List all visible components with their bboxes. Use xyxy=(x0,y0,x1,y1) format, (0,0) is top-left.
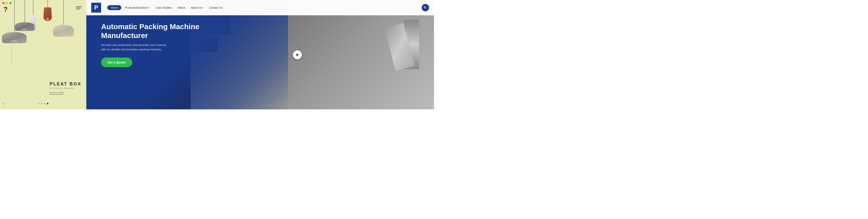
dot-4-active[interactable] xyxy=(47,103,49,105)
dot-navigation xyxy=(38,103,49,105)
facebook-icon[interactable]: f xyxy=(3,102,4,106)
follow-us-label: Follow us xyxy=(10,46,12,63)
minimize-button[interactable] xyxy=(6,2,8,4)
chevron-down-icon: ▾ xyxy=(149,7,150,9)
right-logo[interactable]: P xyxy=(91,3,101,12)
search-icon: 🔍 xyxy=(424,6,427,10)
hero-subtitle: Increase your productivity and generate … xyxy=(101,43,170,52)
nav-item-videos[interactable]: Videos xyxy=(175,5,187,10)
play-icon xyxy=(297,53,299,56)
left-logo[interactable]: ? xyxy=(3,5,8,13)
dot-3[interactable] xyxy=(44,103,45,105)
nav-item-contact[interactable]: Contact Us xyxy=(207,5,224,10)
main-navigation: Home Products&Solutions ▾ Case Studies V… xyxy=(107,5,419,10)
hamburger-menu[interactable] xyxy=(76,6,82,9)
close-button[interactable] xyxy=(2,2,5,4)
nav-item-case-studies[interactable]: Case Studies xyxy=(154,5,174,10)
right-panel: P Home Products&Solutions ▾ Case Studies… xyxy=(86,0,434,109)
window-controls xyxy=(2,2,11,4)
nav-item-home[interactable]: Home xyxy=(107,5,121,10)
product-info: PLEAT BOX by Xavier Manosa DISCOVER xyxy=(50,81,82,94)
nav-item-about[interactable]: About Us ▾ xyxy=(189,5,206,10)
search-button[interactable]: 🔍 xyxy=(422,4,429,11)
left-panel: ? PLEAT BOX by Xavier Manosa xyxy=(0,0,86,109)
dot-2[interactable] xyxy=(41,103,42,105)
lamp-5 xyxy=(53,0,74,36)
hero-title: Automatic Packing Machine Manufacturer xyxy=(101,22,200,40)
right-header: P Home Products&Solutions ▾ Case Studies… xyxy=(86,0,434,15)
lamps-illustration xyxy=(0,0,86,69)
logo-letter: P xyxy=(94,5,98,10)
nav-item-products[interactable]: Products&Solutions ▾ xyxy=(123,5,152,10)
hero-content: Automatic Packing Machine Manufacturer I… xyxy=(101,22,200,67)
discover-link[interactable]: DISCOVER xyxy=(50,91,64,94)
dot-1[interactable] xyxy=(38,103,39,105)
play-button[interactable] xyxy=(293,50,302,59)
product-title: PLEAT BOX xyxy=(50,81,82,87)
lamp-2 xyxy=(43,0,52,21)
product-author: by Xavier Manosa xyxy=(50,87,82,89)
get-quote-button[interactable]: Get a Quote xyxy=(101,57,132,67)
chevron-down-icon-about: ▾ xyxy=(203,7,204,9)
maximize-button[interactable] xyxy=(9,2,11,4)
